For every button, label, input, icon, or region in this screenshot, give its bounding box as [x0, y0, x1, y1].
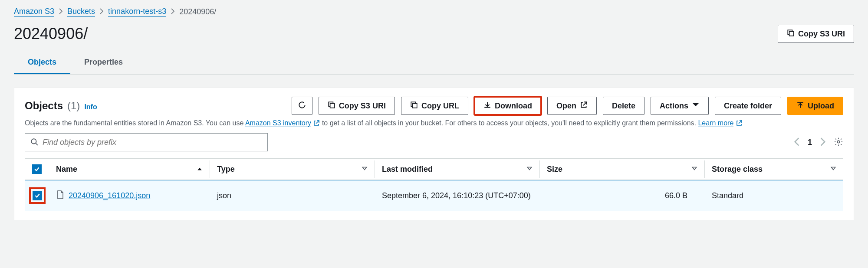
external-icon: [736, 120, 743, 127]
column-type-label: Type: [217, 165, 235, 174]
info-link[interactable]: Info: [84, 103, 97, 111]
copy-s3-uri-toolbar-label: Copy S3 URI: [339, 101, 386, 111]
column-storage-label: Storage class: [712, 165, 763, 174]
learn-more-link[interactable]: Learn more: [698, 119, 733, 127]
column-size-label: Size: [547, 165, 562, 174]
file-icon: [56, 190, 64, 201]
column-name-label: Name: [56, 165, 77, 174]
refresh-button[interactable]: [292, 97, 312, 115]
download-label: Download: [495, 101, 532, 111]
filter-icon: [526, 165, 533, 174]
svg-rect-1: [789, 31, 794, 36]
objects-table: Name Type Last modified Size Storage cla…: [25, 158, 843, 211]
objects-count: (1): [67, 100, 80, 112]
breadcrumb-link-s3[interactable]: Amazon S3: [14, 7, 54, 17]
external-icon: [313, 120, 320, 127]
filter-icon: [691, 165, 697, 174]
search-input[interactable]: [43, 138, 262, 147]
object-storage-class: Standard: [705, 187, 843, 205]
desc-text: Objects are the fundamental entities sto…: [25, 119, 245, 127]
chevron-right-icon: [59, 7, 63, 16]
delete-button[interactable]: Delete: [603, 97, 644, 115]
download-icon: [483, 101, 491, 111]
svg-rect-5: [413, 103, 417, 108]
delete-label: Delete: [612, 101, 635, 111]
external-icon: [580, 101, 588, 111]
select-all-checkbox[interactable]: [32, 164, 42, 174]
next-page-button[interactable]: [820, 137, 826, 147]
inventory-link[interactable]: Amazon S3 inventory: [245, 119, 311, 127]
page-number: 1: [808, 138, 812, 147]
object-size: 66.0 B: [540, 187, 705, 205]
table-row[interactable]: 20240906_161020.json json September 6, 2…: [25, 180, 843, 211]
search-icon: [30, 138, 38, 147]
object-last-modified: September 6, 2024, 16:10:23 (UTC+07:00): [375, 187, 540, 205]
svg-point-7: [837, 141, 840, 143]
actions-label: Actions: [660, 101, 688, 111]
refresh-icon: [298, 101, 306, 111]
breadcrumb-link-buckets[interactable]: Buckets: [67, 7, 95, 17]
desc-text: to get a list of all objects in your buc…: [322, 119, 698, 127]
pagination: 1: [794, 137, 843, 148]
upload-label: Upload: [808, 101, 834, 111]
page-header: 20240906/ Copy S3 URI: [14, 21, 854, 52]
actions-button[interactable]: Actions: [651, 97, 709, 115]
prev-page-button[interactable]: [794, 137, 800, 147]
upload-icon: [796, 101, 804, 111]
download-button[interactable]: Download: [474, 97, 541, 115]
object-name-link[interactable]: 20240906_161020.json: [69, 191, 150, 200]
open-button[interactable]: Open: [547, 97, 597, 115]
column-modified-label: Last modified: [382, 165, 433, 174]
objects-title: Objects: [25, 100, 63, 112]
create-folder-button[interactable]: Create folder: [715, 97, 781, 115]
column-header-storage-class[interactable]: Storage class: [704, 160, 843, 178]
table-header: Name Type Last modified Size Storage cla…: [25, 158, 843, 180]
tab-properties[interactable]: Properties: [70, 52, 137, 74]
column-header-size[interactable]: Size: [539, 160, 704, 178]
chevron-right-icon: [99, 7, 104, 16]
search-box[interactable]: [25, 133, 268, 151]
sort-asc-icon: [197, 165, 203, 174]
breadcrumb-link-bucket[interactable]: tinnakorn-test-s3: [108, 7, 166, 17]
copy-s3-uri-button[interactable]: Copy S3 URI: [778, 25, 854, 43]
column-header-type[interactable]: Type: [210, 160, 375, 178]
caret-down-icon: [692, 101, 700, 111]
svg-rect-3: [330, 103, 334, 108]
column-header-last-modified[interactable]: Last modified: [375, 160, 539, 178]
objects-panel: Objects (1) Info Copy S3 URI Copy URL: [14, 88, 854, 220]
create-folder-label: Create folder: [724, 101, 772, 111]
copy-icon: [328, 101, 335, 111]
breadcrumb: Amazon S3 Buckets tinnakorn-test-s3 2024…: [14, 0, 854, 21]
highlight-box: [32, 190, 43, 201]
tabs: Objects Properties: [14, 52, 854, 75]
copy-s3-uri-label: Copy S3 URI: [798, 29, 845, 39]
svg-point-6: [31, 139, 36, 144]
row-checkbox[interactable]: [33, 191, 42, 200]
object-type: json: [210, 187, 375, 205]
filter-icon: [362, 165, 368, 174]
breadcrumb-current: 20240906/: [179, 7, 216, 16]
copy-s3-uri-toolbar-button[interactable]: Copy S3 URI: [319, 97, 395, 115]
tab-objects[interactable]: Objects: [14, 52, 70, 74]
copy-url-label: Copy URL: [421, 101, 459, 111]
column-header-name[interactable]: Name: [49, 160, 210, 178]
filter-icon: [830, 165, 836, 174]
copy-icon: [410, 101, 418, 111]
copy-icon: [787, 29, 795, 39]
upload-button[interactable]: Upload: [787, 97, 843, 115]
open-label: Open: [556, 101, 576, 111]
panel-description: Objects are the fundamental entities sto…: [25, 119, 843, 127]
page-title: 20240906/: [14, 25, 88, 43]
copy-url-button[interactable]: Copy URL: [401, 97, 468, 115]
settings-button[interactable]: [834, 137, 843, 148]
chevron-right-icon: [171, 7, 175, 16]
toolbar: Copy S3 URI Copy URL Download Open Delet…: [292, 97, 843, 115]
